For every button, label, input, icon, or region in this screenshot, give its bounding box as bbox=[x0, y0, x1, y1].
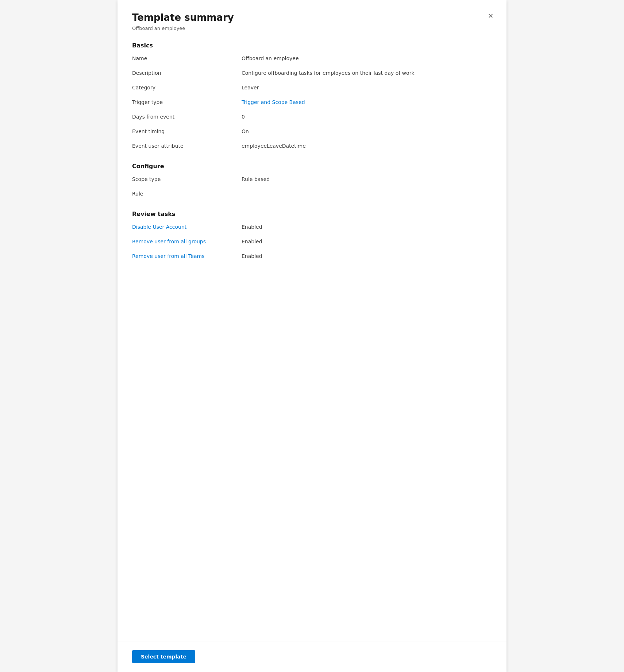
field-row-rule: Rule bbox=[132, 190, 492, 200]
basics-section: Basics Name Offboard an employee Descrip… bbox=[132, 42, 492, 152]
field-row-remove-user-groups: Remove user from all groups Enabled bbox=[132, 238, 492, 248]
field-row-scope-type: Scope type Rule based bbox=[132, 175, 492, 186]
field-value-name: Offboard an employee bbox=[242, 55, 299, 62]
remove-user-groups-link[interactable]: Remove user from all groups bbox=[132, 239, 206, 244]
remove-user-teams-link[interactable]: Remove user from all Teams bbox=[132, 253, 204, 259]
disable-user-account-link[interactable]: Disable User Account bbox=[132, 224, 186, 230]
field-label-days-from-event: Days from event bbox=[132, 113, 242, 121]
field-label-remove-user-groups: Remove user from all groups bbox=[132, 238, 242, 246]
review-tasks-section: Review tasks Disable User Account Enable… bbox=[132, 211, 492, 263]
field-label-name: Name bbox=[132, 55, 242, 62]
field-label-trigger-type: Trigger type bbox=[132, 99, 242, 106]
field-row-category: Category Leaver bbox=[132, 84, 492, 94]
template-summary-panel: Template summary Offboard an employee ✕ … bbox=[118, 0, 506, 672]
field-value-event-user-attribute: employeeLeaveDatetime bbox=[242, 142, 306, 150]
field-label-category: Category bbox=[132, 84, 242, 92]
field-row-event-user-attribute: Event user attribute employeeLeaveDateti… bbox=[132, 142, 492, 152]
field-value-event-timing: On bbox=[242, 128, 249, 135]
field-value-days-from-event: 0 bbox=[242, 113, 245, 121]
field-label-disable-user-account: Disable User Account bbox=[132, 223, 242, 231]
field-row-trigger-type: Trigger type Trigger and Scope Based bbox=[132, 99, 492, 109]
review-tasks-heading: Review tasks bbox=[132, 211, 492, 217]
configure-heading: Configure bbox=[132, 163, 492, 170]
panel-header: Template summary Offboard an employee ✕ bbox=[118, 0, 506, 38]
field-row-remove-user-teams: Remove user from all Teams Enabled bbox=[132, 252, 492, 263]
field-label-rule: Rule bbox=[132, 190, 242, 198]
field-label-event-user-attribute: Event user attribute bbox=[132, 142, 242, 150]
field-value-description: Configure offboarding tasks for employee… bbox=[242, 69, 415, 77]
panel-footer: Select template bbox=[118, 641, 506, 672]
field-row-disable-user-account: Disable User Account Enabled bbox=[132, 223, 492, 233]
field-value-remove-user-groups: Enabled bbox=[242, 238, 262, 246]
field-value-scope-type: Rule based bbox=[242, 175, 270, 183]
select-template-button[interactable]: Select template bbox=[132, 650, 195, 663]
configure-section: Configure Scope type Rule based Rule bbox=[132, 163, 492, 200]
field-row-name: Name Offboard an employee bbox=[132, 55, 492, 65]
field-value-remove-user-teams: Enabled bbox=[242, 252, 262, 260]
field-label-scope-type: Scope type bbox=[132, 175, 242, 183]
close-icon: ✕ bbox=[488, 12, 493, 20]
field-value-trigger-type: Trigger and Scope Based bbox=[242, 99, 305, 106]
panel-title: Template summary bbox=[132, 12, 492, 24]
field-value-category: Leaver bbox=[242, 84, 259, 92]
field-label-description: Description bbox=[132, 69, 242, 77]
panel-content: Basics Name Offboard an employee Descrip… bbox=[118, 38, 506, 641]
field-label-event-timing: Event timing bbox=[132, 128, 242, 135]
basics-heading: Basics bbox=[132, 42, 492, 49]
field-value-disable-user-account: Enabled bbox=[242, 223, 262, 231]
close-button[interactable]: ✕ bbox=[485, 10, 496, 22]
field-label-remove-user-teams: Remove user from all Teams bbox=[132, 252, 242, 260]
field-row-days-from-event: Days from event 0 bbox=[132, 113, 492, 123]
panel-subtitle: Offboard an employee bbox=[132, 26, 492, 31]
field-row-description: Description Configure offboarding tasks … bbox=[132, 69, 492, 80]
field-row-event-timing: Event timing On bbox=[132, 128, 492, 138]
